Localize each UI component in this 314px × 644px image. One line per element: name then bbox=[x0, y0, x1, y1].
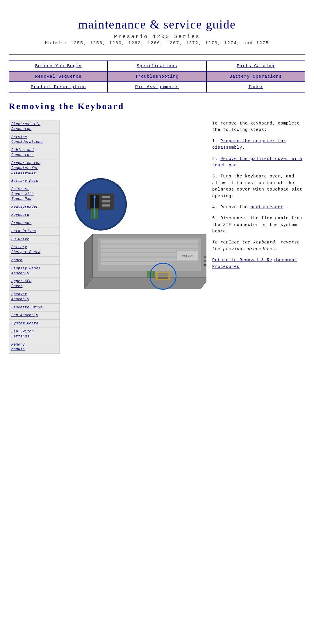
models-text: Models: 1255, 1256, 1260, 1262, 1266, 12… bbox=[9, 41, 305, 46]
page-wrapper: maintenance & service guide Presario 120… bbox=[0, 0, 314, 360]
svg-rect-18 bbox=[101, 245, 198, 248]
nav-cell-specifications[interactable]: Specifications bbox=[108, 61, 206, 71]
nav-table: Before You Begin Specifications Parts Ca… bbox=[9, 61, 305, 92]
svg-marker-13 bbox=[84, 277, 206, 288]
nav-cell-product-description[interactable]: Product Description bbox=[9, 82, 108, 92]
step-1-link[interactable]: Prepare the computer for disassembly bbox=[212, 139, 286, 150]
sidebar-link-preparing-computer[interactable]: Preparing theComputer forDisassembly bbox=[9, 159, 59, 177]
svg-rect-27 bbox=[204, 264, 206, 266]
instructions-intro: To remove the keyboard, complete the fol… bbox=[212, 120, 305, 133]
sidebar-link-processor[interactable]: Processor bbox=[9, 219, 59, 227]
image-area: PRESARIO bbox=[65, 120, 206, 354]
svg-rect-36 bbox=[158, 277, 168, 279]
svg-rect-22 bbox=[101, 262, 168, 265]
nav-cell-before-you-begin[interactable]: Before You Begin bbox=[9, 61, 108, 71]
svg-rect-34 bbox=[156, 272, 170, 280]
svg-text:PRESARIO: PRESARIO bbox=[182, 255, 193, 257]
return-link[interactable]: Return to Removal & Replacement Procedur… bbox=[212, 258, 297, 269]
series-title: Presario 1200 Series bbox=[9, 34, 305, 40]
return-link-container: Return to Removal & Replacement Procedur… bbox=[212, 257, 305, 270]
keyboard-diagram: PRESARIO bbox=[65, 120, 206, 354]
sidebar-link-memory-module[interactable]: MemoryModule bbox=[9, 341, 59, 354]
sidebar-link-diskette-drive[interactable]: Diskette Drive bbox=[9, 304, 59, 312]
nav-cell-battery-operations[interactable]: Battery Operations bbox=[206, 71, 305, 82]
svg-rect-26 bbox=[204, 260, 206, 262]
svg-rect-35 bbox=[158, 273, 168, 276]
svg-rect-4 bbox=[102, 196, 110, 198]
nav-cell-index[interactable]: Index bbox=[206, 82, 305, 92]
sidebar-link-palmrest-cover[interactable]: PalmrestCover withTouch Pad bbox=[9, 185, 59, 203]
sidebar-link-electrostatic-discharge[interactable]: ElectrostaticDischarge bbox=[9, 120, 59, 134]
step-1: 1. Prepare the computer for disassembly. bbox=[212, 138, 305, 151]
page-main-title: maintenance & service guide bbox=[9, 17, 305, 31]
section-title: Removing the Keyboard bbox=[9, 101, 305, 114]
step-3: 3. Turn the keyboard over, and allow it … bbox=[212, 173, 305, 199]
sidebar-link-battery-pack[interactable]: Battery Pack bbox=[9, 177, 59, 185]
nav-link-product-description[interactable]: Product Description bbox=[31, 85, 86, 90]
instructions-panel: To remove the keyboard, complete the fol… bbox=[212, 120, 305, 354]
sidebar-link-system-board[interactable]: System Board bbox=[9, 320, 59, 328]
nav-link-troubleshooting[interactable]: Troubleshooting bbox=[135, 74, 179, 79]
nav-cell-pin-assignments[interactable]: Pin Assignments bbox=[108, 82, 206, 92]
sidebar-link-fan-assembly[interactable]: Fan Assembly bbox=[9, 312, 59, 320]
sidebar-link-cd-drive[interactable]: CD Drive bbox=[9, 236, 59, 244]
nav-cell-troubleshooting[interactable]: Troubleshooting bbox=[108, 71, 206, 82]
header-divider bbox=[9, 54, 305, 55]
step-4: 4. Remove the heatspreader . bbox=[212, 204, 305, 210]
nav-link-specifications[interactable]: Specifications bbox=[137, 64, 177, 69]
nav-cell-removal-sequence[interactable]: Removal Sequence bbox=[9, 71, 108, 82]
sidebar-link-battery-charger-board[interactable]: BatteryCharger Board bbox=[9, 243, 59, 257]
sidebar-link-hard-drives[interactable]: Hard Drives bbox=[9, 227, 59, 236]
sidebar: ElectrostaticDischarge ServiceConsiderat… bbox=[9, 120, 60, 354]
nav-link-parts-catalog[interactable]: Parts Catalog bbox=[237, 64, 274, 69]
svg-rect-25 bbox=[204, 256, 206, 258]
nav-link-pin-assignments[interactable]: Pin Assignments bbox=[135, 85, 179, 90]
svg-rect-6 bbox=[102, 204, 110, 207]
sidebar-link-service-considerations[interactable]: ServiceConsiderations bbox=[9, 134, 59, 147]
step-2: 2. Remove the palmrest cover with touch … bbox=[212, 156, 305, 169]
nav-link-index[interactable]: Index bbox=[248, 85, 263, 90]
sidebar-link-heatspreader[interactable]: Heatspreader bbox=[9, 203, 59, 211]
header: maintenance & service guide Presario 120… bbox=[9, 6, 305, 49]
sidebar-link-cables-connectors[interactable]: Cables andConnectors bbox=[9, 146, 59, 159]
svg-rect-5 bbox=[102, 200, 110, 202]
sidebar-link-modem[interactable]: Modem bbox=[9, 257, 59, 265]
main-content: PRESARIO bbox=[65, 120, 305, 354]
nav-cell-parts-catalog[interactable]: Parts Catalog bbox=[206, 61, 305, 71]
nav-row-2: Removal Sequence Troubleshooting Battery… bbox=[9, 71, 305, 82]
step-5: 5. Disconnect the flex cable from the ZI… bbox=[212, 215, 305, 234]
step-4-link[interactable]: heatspreader bbox=[251, 205, 283, 209]
nav-link-battery-operations[interactable]: Battery Operations bbox=[229, 74, 282, 79]
svg-rect-17 bbox=[101, 240, 198, 243]
step-2-link[interactable]: Remove the palmrest cover with touch pad bbox=[212, 156, 302, 168]
nav-row-1: Before You Begin Specifications Parts Ca… bbox=[9, 61, 305, 71]
sidebar-link-upper-cpu-cover[interactable]: Upper CPUCover bbox=[9, 277, 59, 291]
nav-row-3: Product Description Pin Assignments Inde… bbox=[9, 82, 305, 92]
sidebar-link-keyboard[interactable]: Keyboard bbox=[9, 211, 59, 219]
sidebar-link-speaker-assembly[interactable]: SpeakerAssembly bbox=[9, 291, 59, 304]
nav-link-before-you-begin[interactable]: Before You Begin bbox=[35, 64, 82, 69]
sidebar-link-display-panel[interactable]: Display PanelAssembly bbox=[9, 265, 59, 278]
sidebar-link-dip-switch[interactable]: Dip SwitchSettings bbox=[9, 328, 59, 341]
content-area: ElectrostaticDischarge ServiceConsiderat… bbox=[9, 120, 305, 354]
replacement-note: To replace the keyboard, reverse the pre… bbox=[212, 239, 305, 252]
nav-link-removal-sequence[interactable]: Removal Sequence bbox=[35, 74, 82, 79]
